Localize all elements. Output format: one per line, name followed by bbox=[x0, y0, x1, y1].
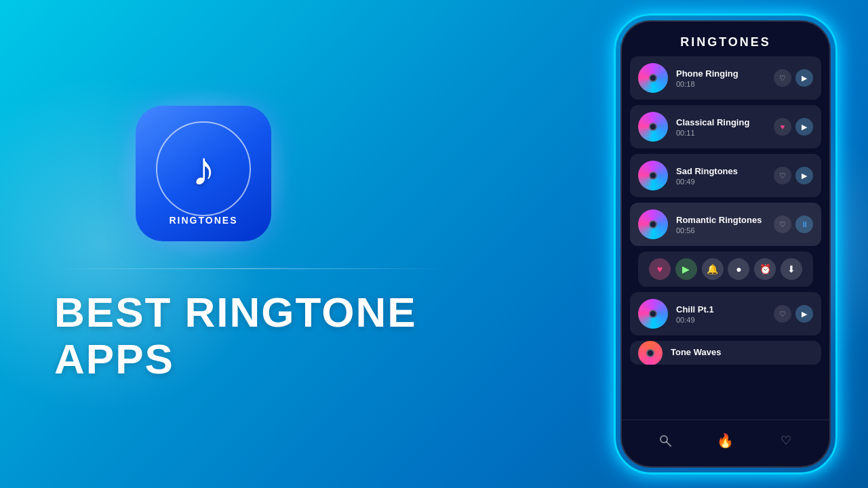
player-dot-button[interactable]: ● bbox=[728, 258, 749, 280]
like-button[interactable]: ♥ bbox=[774, 118, 791, 136]
ringtone-info: Chill Pt.1 00:49 bbox=[676, 304, 774, 324]
divider-line bbox=[54, 268, 448, 269]
main-title: BEST RINGTONE APPS bbox=[54, 289, 529, 382]
vinyl-center bbox=[649, 310, 657, 318]
play-button[interactable]: ▶ bbox=[795, 305, 813, 323]
right-section: RINGTONES Phone Ringing 00:18 bbox=[604, 14, 848, 474]
ringtone-actions: ♡ ▶ bbox=[774, 167, 813, 184]
vinyl-center bbox=[649, 220, 657, 228]
ringtone-info: Phone Ringing 00:18 bbox=[676, 68, 774, 88]
ringtone-name: Classical Ringing bbox=[676, 117, 774, 127]
player-bell-button[interactable]: 🔔 bbox=[702, 258, 724, 280]
svg-line-1 bbox=[667, 442, 671, 446]
nav-search-button[interactable] bbox=[653, 428, 677, 453]
ringtone-list: Phone Ringing 00:18 ♡ ▶ bbox=[622, 56, 829, 420]
ringtone-name: Tone Waves bbox=[671, 347, 813, 357]
vinyl-center bbox=[646, 349, 654, 357]
nav-heart-button[interactable]: ♡ bbox=[774, 428, 798, 453]
list-item[interactable]: Phone Ringing 00:18 ♡ ▶ bbox=[630, 56, 821, 100]
ringtone-duration: 00:11 bbox=[676, 129, 774, 137]
app-icon-label: RINGTONES bbox=[170, 215, 238, 226]
vinyl-disc-icon bbox=[638, 161, 668, 190]
like-button[interactable]: ♡ bbox=[774, 167, 791, 184]
ringtone-duration: 00:56 bbox=[676, 226, 774, 235]
ringtone-actions: ♡ ▶ bbox=[774, 69, 813, 87]
left-section: ♪ RINGTONES BEST RINGTONE APPS bbox=[54, 0, 529, 488]
ringtone-actions: ♡ ⏸ bbox=[774, 216, 813, 233]
app-icon-circle: ♪ bbox=[156, 121, 251, 216]
play-button[interactable]: ▶ bbox=[795, 69, 813, 87]
player-play-button[interactable]: ▶ bbox=[675, 258, 697, 280]
phone-header-title: RINGTONES bbox=[680, 35, 771, 49]
nav-fire-button[interactable]: 🔥 bbox=[713, 428, 738, 453]
play-button[interactable]: ▶ bbox=[795, 167, 813, 184]
vinyl-disc-icon bbox=[638, 63, 668, 93]
list-item[interactable]: Romantic Ringtones 00:56 ♡ ⏸ bbox=[630, 203, 821, 246]
ringtone-info: Tone Waves bbox=[671, 347, 813, 359]
player-controls-bar: ♥ ▶ 🔔 ● ⏰ ⬇ bbox=[638, 251, 813, 287]
ringtone-info: Romantic Ringtones 00:56 bbox=[676, 215, 774, 235]
ringtone-duration: 00:18 bbox=[676, 80, 774, 88]
vinyl-center bbox=[649, 123, 657, 131]
app-icon-wrapper: ♪ RINGTONES bbox=[136, 106, 271, 241]
phone-mockup: RINGTONES Phone Ringing 00:18 bbox=[620, 20, 831, 468]
like-button[interactable]: ♡ bbox=[774, 305, 791, 323]
bottom-navigation: 🔥 ♡ bbox=[622, 420, 829, 466]
vinyl-center bbox=[649, 171, 657, 180]
ringtone-actions: ♡ ▶ bbox=[774, 305, 813, 323]
app-icon[interactable]: ♪ RINGTONES bbox=[136, 106, 271, 241]
player-heart-button[interactable]: ♥ bbox=[649, 258, 671, 280]
ringtone-name: Phone Ringing bbox=[676, 68, 774, 79]
list-item-partial[interactable]: Tone Waves bbox=[630, 341, 821, 365]
list-item[interactable]: Chill Pt.1 00:49 ♡ ▶ bbox=[630, 292, 821, 336]
vinyl-disc-icon bbox=[638, 299, 668, 329]
ringtone-actions: ♥ ▶ bbox=[774, 118, 813, 136]
ringtone-info: Classical Ringing 00:11 bbox=[676, 117, 774, 137]
list-item[interactable]: Classical Ringing 00:11 ♥ ▶ bbox=[630, 105, 821, 148]
pause-button[interactable]: ⏸ bbox=[795, 216, 813, 233]
ringtone-name: Chill Pt.1 bbox=[676, 304, 774, 314]
phone-screen: RINGTONES Phone Ringing 00:18 bbox=[622, 22, 829, 466]
music-note-icon: ♪ bbox=[192, 142, 216, 196]
like-button[interactable]: ♡ bbox=[774, 216, 791, 233]
vinyl-disc-icon bbox=[638, 112, 668, 142]
phone-header: RINGTONES bbox=[622, 22, 829, 56]
ringtone-name: Romantic Ringtones bbox=[676, 215, 774, 225]
player-download-button[interactable]: ⬇ bbox=[781, 258, 802, 280]
phone-body: RINGTONES Phone Ringing 00:18 bbox=[620, 20, 831, 468]
like-button[interactable]: ♡ bbox=[774, 69, 791, 87]
list-item[interactable]: Sad Ringtones 00:49 ♡ ▶ bbox=[630, 154, 821, 197]
play-button[interactable]: ▶ bbox=[795, 118, 813, 136]
ringtone-duration: 00:49 bbox=[676, 316, 774, 324]
ringtone-info: Sad Ringtones 00:49 bbox=[676, 166, 774, 186]
ringtone-name: Sad Ringtones bbox=[676, 166, 774, 176]
vinyl-disc-icon bbox=[638, 209, 668, 239]
vinyl-disc-icon bbox=[638, 341, 663, 365]
vinyl-center bbox=[649, 74, 657, 82]
player-alarm-button[interactable]: ⏰ bbox=[754, 258, 776, 280]
ringtone-duration: 00:49 bbox=[676, 178, 774, 186]
